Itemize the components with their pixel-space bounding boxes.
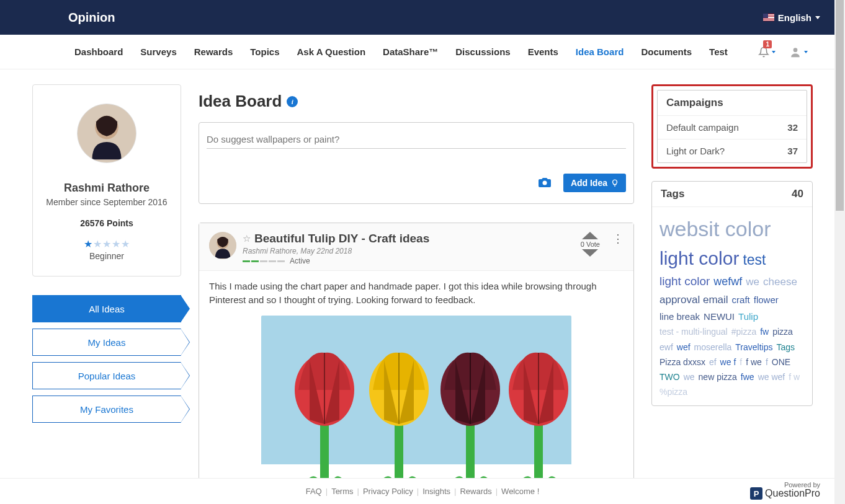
level-label: Beginner (40, 251, 173, 261)
filter-all-ideas[interactable]: All Ideas (32, 295, 181, 322)
tag[interactable]: moserella (694, 342, 732, 353)
status-progress (243, 260, 285, 262)
footer-link[interactable]: Welcome ! (501, 487, 539, 496)
footer-link[interactable]: Insights (423, 487, 450, 496)
tag[interactable]: we wef (758, 371, 785, 382)
tag[interactable]: we f (720, 356, 736, 368)
tag[interactable]: wef (677, 342, 691, 353)
tag[interactable]: light color (659, 274, 710, 290)
nav-dashboard[interactable]: Dashboard (74, 46, 123, 57)
tag[interactable]: test - multi-lingual (659, 326, 728, 337)
user-menu[interactable] (789, 46, 808, 58)
add-idea-button[interactable]: Add Idea (563, 174, 626, 192)
idea-image (261, 316, 571, 502)
flag-icon (763, 14, 774, 21)
nav-documents[interactable]: Documents (641, 46, 692, 57)
member-since: Member since September 2016 (40, 197, 173, 207)
tag[interactable]: approval email (659, 293, 728, 307)
camera-icon (537, 175, 552, 190)
add-idea-box: Add Idea (199, 122, 634, 204)
idea-input[interactable] (207, 130, 626, 149)
tag[interactable]: f we (746, 356, 762, 368)
tag[interactable]: %pizza (659, 386, 687, 397)
idea-author-avatar (209, 232, 236, 259)
footer-link[interactable]: Rewards (460, 487, 491, 496)
vote-down-button[interactable] (582, 249, 598, 257)
tag[interactable]: websit color (659, 215, 771, 242)
brand-title: Opinion (68, 11, 115, 25)
nav-datashare-[interactable]: DataShare™ (383, 46, 438, 57)
tags-title: Tags 40 (652, 182, 812, 207)
filter-popular-ideas[interactable]: Popular Ideas (32, 362, 181, 389)
nav-surveys[interactable]: Surveys (140, 46, 176, 57)
tag[interactable]: light color (659, 246, 739, 270)
info-icon[interactable]: i (287, 96, 298, 107)
language-selector[interactable]: English (763, 12, 820, 23)
tag[interactable]: TWO (659, 371, 680, 382)
tag[interactable]: ef (709, 356, 717, 368)
footer-link[interactable]: FAQ (306, 487, 322, 496)
tag[interactable]: new pizza (699, 371, 737, 382)
tag[interactable]: f (740, 356, 742, 368)
main-nav: DashboardSurveysRewardsTopicsAsk A Quest… (0, 35, 845, 69)
notifications-button[interactable]: 1 (758, 46, 776, 58)
tag[interactable]: we (746, 275, 759, 289)
questionpro-logo[interactable]: P QuestionPro (750, 487, 820, 500)
tag[interactable]: cheese (763, 275, 797, 289)
chevron-down-icon (804, 51, 808, 53)
tag[interactable]: ONE (772, 356, 790, 368)
profile-card: Rashmi Rathore Member since September 20… (32, 84, 181, 276)
tag[interactable]: NEWUI (704, 311, 735, 323)
tag[interactable]: test (743, 251, 766, 270)
tag[interactable]: Pizza dxxsx (659, 356, 705, 368)
tag[interactable]: flower (754, 294, 779, 306)
avatar (77, 104, 136, 163)
filter-my-ideas[interactable]: My Ideas (32, 329, 181, 356)
topbar: Opinion English (0, 0, 845, 35)
more-options-button[interactable]: ⋮ (612, 233, 624, 244)
campaign-row[interactable]: Default campaign32 (658, 116, 807, 139)
nav-idea-board[interactable]: Idea Board (576, 46, 624, 57)
language-label: English (778, 12, 811, 23)
tag[interactable]: fw (760, 326, 769, 337)
nav-rewards[interactable]: Rewards (194, 46, 233, 57)
page-title: Idea Board i (199, 92, 634, 111)
tag[interactable]: Tulip (738, 311, 758, 323)
chevron-down-icon (772, 51, 776, 53)
vote-up-button[interactable] (582, 232, 598, 239)
idea-card: ☆ Beautiful Tulip DIY - Craft ideas Rash… (199, 223, 634, 504)
footer-link[interactable]: Terms (331, 487, 353, 496)
idea-title: Beautiful Tulip DIY - Craft ideas (254, 232, 429, 245)
tag[interactable]: f w (789, 371, 800, 382)
nav-discussions[interactable]: Discussions (455, 46, 510, 57)
nav-events[interactable]: Events (528, 46, 558, 57)
tag[interactable]: Tags (776, 342, 795, 353)
tag[interactable]: Traveltips (735, 342, 772, 353)
rating-stars: ★★★★★ (40, 238, 173, 250)
tags-widget: Tags 40 websit colorlight colortestlight… (651, 181, 813, 406)
tag[interactable]: wefwf (713, 275, 742, 289)
questionpro-icon: P (750, 487, 762, 500)
filter-my-favorites[interactable]: My Favorites (32, 396, 181, 423)
footer-link[interactable]: Privacy Policy (363, 487, 413, 496)
campaigns-widget: Campaigns Default campaign32Light or Dar… (651, 84, 813, 169)
tag[interactable]: #pizza (731, 326, 756, 337)
tag[interactable]: f (766, 356, 768, 368)
campaigns-title: Campaigns (658, 91, 807, 116)
tag[interactable]: ewf (659, 342, 673, 353)
nav-topics[interactable]: Topics (250, 46, 279, 57)
camera-button[interactable] (537, 175, 552, 192)
favorite-star-icon[interactable]: ☆ (243, 233, 251, 244)
user-icon (789, 46, 802, 58)
tag[interactable]: craft (732, 294, 750, 306)
idea-description: This I made using the chart paper and ha… (209, 280, 624, 307)
tag[interactable]: line break (659, 311, 700, 323)
campaign-row[interactable]: Light or Dark?37 (658, 139, 807, 162)
vote-count: 0 Vote (581, 241, 600, 248)
tag[interactable]: pizza (772, 326, 793, 337)
tag[interactable]: we (684, 371, 695, 382)
idea-meta: Rashmi Rathore, May 22nd 2018 (243, 247, 575, 255)
nav-test[interactable]: Test (709, 46, 728, 57)
tag[interactable]: fwe (741, 371, 754, 382)
nav-ask-a-question[interactable]: Ask A Question (297, 46, 366, 57)
